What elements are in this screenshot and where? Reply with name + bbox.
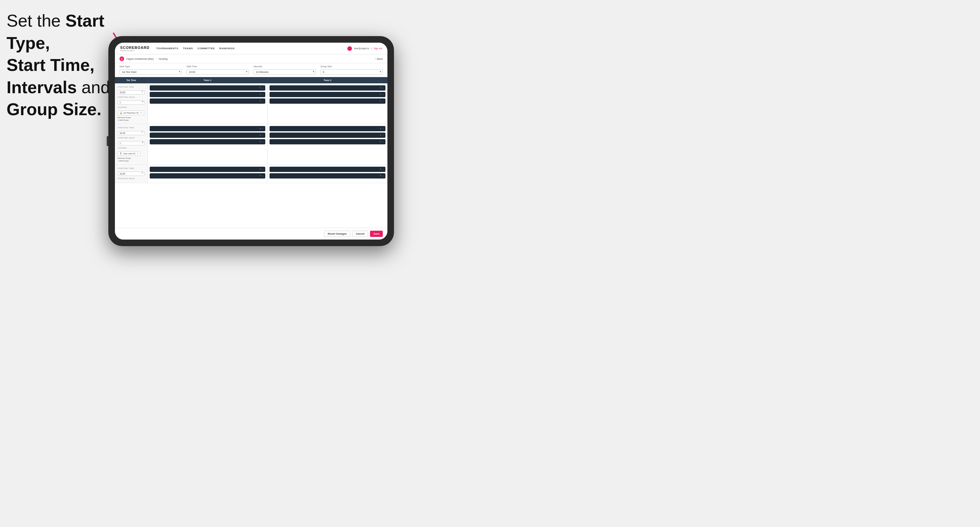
slot-x-1-2[interactable]: ✕: [259, 93, 261, 96]
instruction-bold2: Group Size.: [6, 100, 102, 119]
slot-o-3-2[interactable]: ○: [262, 134, 264, 137]
slot-x-2-1[interactable]: ✕: [380, 87, 382, 89]
starting-time-input-3[interactable]: [118, 171, 145, 176]
reset-changes-button[interactable]: Reset Changes: [324, 231, 350, 237]
intervals-label: Intervals: [253, 65, 316, 68]
team2-col-1: ✕ ○ ✕ ○ ✕ ○: [267, 83, 387, 124]
slot-o-6-1[interactable]: ○: [382, 168, 384, 171]
slot-o-1-3[interactable]: ○: [262, 100, 264, 102]
tee-group-2-left: STARTING TIME: ⏱ STARTING HOLE: 1 COURSE…: [115, 124, 148, 164]
slot-x-3-2[interactable]: ✕: [259, 134, 261, 137]
th-tee-time: Tee Time: [115, 77, 148, 83]
action-links-2: Remove Group + Add Group: [118, 157, 145, 162]
slot-controls-4-3: ✕ ○: [380, 140, 384, 143]
slot-controls-4-1: ✕ ○: [380, 127, 384, 130]
starting-hole-label-3: STARTING HOLE:: [118, 178, 145, 179]
course-label-2: COURSE:: [118, 147, 145, 149]
slot-controls-4-2: ✕ ○: [380, 134, 384, 137]
slot-o-1-1[interactable]: ○: [262, 87, 264, 89]
back-button[interactable]: ‹ Back: [375, 57, 383, 60]
slot-controls-5-2: ✕ ○: [259, 175, 264, 177]
nav-rankings[interactable]: RANKINGS: [219, 46, 235, 51]
breadcrumb-tournament[interactable]: Clippd Invitational (Mar): [126, 57, 154, 60]
remove-group-2[interactable]: Remove Group: [118, 157, 145, 159]
sign-out-link[interactable]: Sign out: [374, 47, 382, 49]
slot-x-1-3[interactable]: ✕: [259, 100, 261, 102]
slot-x-3-1[interactable]: ✕: [259, 127, 261, 130]
cancel-button[interactable]: Cancel: [352, 231, 368, 237]
slot-x-4-1[interactable]: ✕: [380, 127, 382, 130]
slot-x-6-1[interactable]: ✕: [380, 168, 382, 171]
slot-o-3-1[interactable]: ○: [262, 128, 264, 130]
starting-time-input-2[interactable]: [118, 131, 145, 135]
slot-o-5-1[interactable]: ○: [262, 168, 264, 171]
breadcrumb-left: C Clippd Invitational (Mar) › Hosting: [119, 56, 167, 61]
intervals-select[interactable]: 10 Minutes: [253, 69, 316, 75]
slot-x-4-3[interactable]: ✕: [380, 140, 382, 143]
slot-x-6-2[interactable]: ✕: [380, 175, 382, 177]
nav-tournaments[interactable]: TOURNAMENTS: [156, 46, 178, 51]
starting-hole-label-2: STARTING HOLE:: [118, 137, 145, 139]
player-slot-6-2: ✕ ○: [270, 173, 385, 178]
slot-controls-1-1: ✕ ○: [259, 87, 264, 89]
start-time-select-wrapper: 10:00: [186, 68, 249, 75]
course-remove-2[interactable]: ✕: [137, 152, 138, 155]
start-time-select[interactable]: 10:00: [186, 69, 249, 75]
starting-hole-label-1: STARTING HOLE:: [118, 96, 145, 98]
player-slot-1-2: ✕ ○: [150, 92, 265, 97]
starting-hole-select-1[interactable]: 1: [118, 100, 145, 105]
add-group-1[interactable]: + Add Group: [118, 119, 145, 121]
player-slot-3-1: ✕ ○: [150, 126, 265, 131]
slot-x-3-3[interactable]: ✕: [259, 140, 261, 143]
slot-o-6-2[interactable]: ○: [382, 175, 384, 177]
breadcrumb-section: Hosting: [159, 57, 167, 60]
add-group-2[interactable]: + Add Group: [118, 160, 145, 162]
slot-controls-5-1: ✕ ○: [259, 168, 264, 171]
course-remove-1[interactable]: ✕: [140, 111, 142, 114]
slot-controls-3-1: ✕ ○: [259, 127, 264, 130]
group-size-select[interactable]: 3: [320, 69, 383, 75]
group-size-select-wrapper: 3: [320, 68, 383, 75]
slot-x-4-2[interactable]: ✕: [380, 134, 382, 137]
tee-group-1: STARTING TIME: ⏱ STARTING HOLE: 1 COURSE…: [115, 83, 387, 124]
team1-col-2: ✕ ○ ✕ ○ ✕ ○: [148, 124, 267, 164]
start-type-select[interactable]: 1st Tee Start: [119, 69, 182, 75]
nav-teams[interactable]: TEAMS: [183, 46, 193, 51]
starting-time-input-1[interactable]: [118, 90, 145, 95]
slot-o-4-3[interactable]: ○: [382, 141, 384, 143]
slot-o-1-2[interactable]: ○: [262, 94, 264, 96]
instruction-bold: Start Type,Start Time,Intervals: [6, 11, 104, 97]
instruction-block: Set the Start Type,Start Time,Intervals …: [6, 10, 111, 121]
slot-x-5-2[interactable]: ✕: [259, 175, 261, 177]
slot-o-2-1[interactable]: ○: [382, 87, 384, 89]
save-button[interactable]: Save: [370, 231, 383, 237]
slot-o-5-2[interactable]: ○: [262, 175, 264, 177]
remove-group-1[interactable]: Remove Group: [118, 116, 145, 119]
slot-o-4-2[interactable]: ○: [382, 134, 384, 137]
slot-x-2-3[interactable]: ✕: [380, 100, 382, 102]
slot-x-5-1[interactable]: ✕: [259, 168, 261, 171]
player-slot-2-2: ✕ ○: [270, 92, 385, 97]
slot-x-2-2[interactable]: ✕: [380, 93, 382, 96]
tee-group-3-left: STARTING TIME: ⏱ STARTING HOLE:: [115, 165, 148, 183]
starting-time-input-wrapper-1: ⏱: [118, 89, 145, 95]
slot-controls-6-1: ✕ ○: [380, 168, 384, 171]
slot-o-2-2[interactable]: ○: [382, 94, 384, 96]
slot-o-2-3[interactable]: ○: [382, 100, 384, 102]
team1-col-3: ✕ ○ ✕ ○: [148, 165, 267, 183]
course-icon-1: ⛳: [119, 111, 123, 114]
slot-x-1-1[interactable]: ✕: [259, 87, 261, 89]
clock-icon-1: ⏱: [141, 90, 143, 93]
tee-table: Tee Time Team 1 Team 2 STARTING TIME: ⏱ …: [115, 77, 387, 228]
nav-committee[interactable]: COMMITTEE: [198, 46, 215, 51]
slot-controls-6-2: ✕ ○: [380, 175, 384, 177]
breadcrumb-separator: ›: [156, 57, 157, 60]
slot-o-3-3[interactable]: ○: [262, 141, 264, 143]
user-avatar: [347, 46, 352, 51]
slot-o-4-1[interactable]: ○: [382, 128, 384, 130]
group-size-label: Group Size: [320, 65, 383, 68]
player-slot-3-2: ✕ ○: [150, 133, 265, 138]
starting-hole-select-2[interactable]: 1: [118, 141, 145, 145]
logo-area: SCOREBOARD Powered by clipp.io: [120, 46, 150, 51]
tee-group-2: STARTING TIME: ⏱ STARTING HOLE: 1 COURSE…: [115, 124, 387, 165]
